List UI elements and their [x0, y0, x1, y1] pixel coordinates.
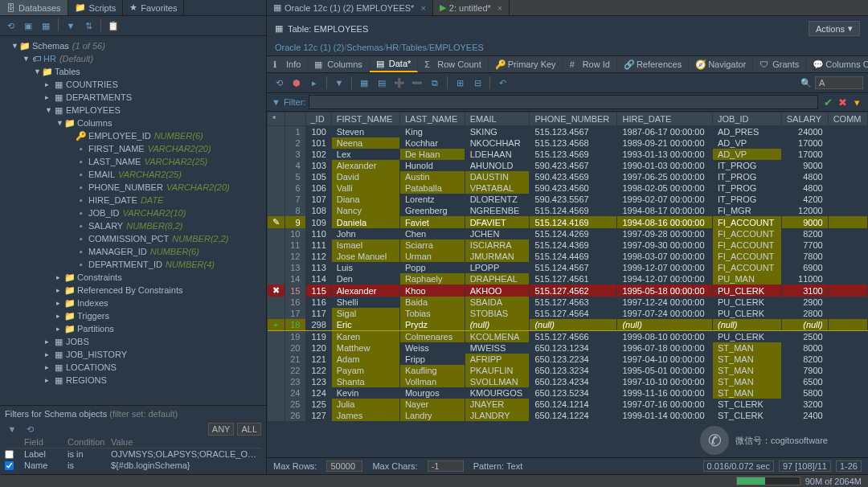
table-row[interactable]: 21121AdamFrippAFRIPP650.123.22341997-04-… [268, 354, 868, 365]
tree-column[interactable]: ▪FIRST_NAMEVARCHAR2(20) [0, 142, 266, 155]
table-row[interactable]: ✖15115AlexanderKhooAKHOO515.127.45621995… [268, 284, 868, 297]
tree-table[interactable]: ▸▦DEPARTMENTS [0, 91, 266, 104]
properties-icon[interactable]: 📋 [106, 18, 121, 33]
subtab[interactable]: ΣRow Count [418, 56, 488, 72]
actions-button[interactable]: Actions▾ [809, 21, 860, 36]
content-tab-employees[interactable]: ▦Oracle 12c (1) (2) EMPLOYEES*× [267, 0, 433, 15]
refresh-icon[interactable]: ⟲ [3, 18, 18, 33]
max-chars-input[interactable] [428, 460, 464, 472]
filter-row[interactable]: Nameis${#db.loginSchema} [5, 460, 261, 471]
link-icon[interactable]: ⇅ [81, 18, 96, 33]
column-header[interactable]: HIRE_DATE [617, 113, 713, 126]
filter-refresh-icon[interactable]: ⟲ [23, 422, 37, 436]
subtab[interactable]: ℹInfo [267, 56, 308, 72]
table-row[interactable]: 26127JamesLandryJLANDRY650.124.12241999-… [268, 410, 868, 421]
table-row[interactable]: 20120MatthewWeissMWEISS650.123.12341996-… [268, 342, 868, 354]
tree-table[interactable]: ▸▦JOBS [0, 335, 266, 348]
table-row[interactable]: 11111IsmaelSciarraISCIARRA515.124.436919… [268, 239, 868, 251]
filter-toggle-icon[interactable]: ▼ [5, 422, 19, 436]
filter-checkbox[interactable] [5, 450, 14, 459]
apply-filter-icon[interactable]: ✔ [821, 96, 834, 108]
subtab[interactable]: ▦Columns [308, 56, 369, 72]
table-row[interactable]: 19119KarenColmenaresKCOLMENA515.127.4566… [268, 331, 868, 343]
table-row[interactable]: 3102LexDe HaanLDEHAAN515.123.45691993-01… [268, 149, 868, 160]
tree-column[interactable]: ▪JOB_IDVARCHAR2(10) [0, 207, 266, 219]
filter-icon[interactable]: ▼ [332, 76, 346, 90]
table-row[interactable]: 2101NeenaKochharNKOCHHAR515.123.45681989… [268, 137, 868, 149]
column-header[interactable]: JOB_ID [713, 113, 782, 126]
filter-row[interactable]: Labelis inOJVMSYS;OLAPSYS;ORACLE_OCM;ORD… [5, 448, 261, 460]
table-row[interactable]: 14114DenRaphaelyDRAPHEAL515.127.45611994… [268, 273, 868, 284]
duplicate-row-icon[interactable]: ⧉ [428, 76, 442, 90]
subtab[interactable]: 🧭Navigator [689, 56, 753, 72]
close-icon[interactable]: × [497, 3, 502, 13]
expand-icon[interactable]: ▦ [39, 18, 53, 33]
table-row[interactable]: +18298EricPrydz(null)(null)(null)(null)(… [268, 319, 868, 331]
filter-all-button[interactable]: ALL [237, 423, 261, 436]
tree-schemas[interactable]: ▼📁Schemas(1 of 56) [0, 39, 266, 52]
view2-icon[interactable]: ⊟ [470, 76, 485, 90]
delete-row-icon[interactable]: ➖ [410, 76, 424, 90]
tree-table[interactable]: ▸▦REGIONS [0, 374, 266, 387]
table-row[interactable]: 7107DianaLorentzDLORENTZ590.423.55671999… [268, 194, 868, 205]
filter-history-icon[interactable]: ▾ [850, 96, 863, 108]
table-row[interactable]: ✎9109DanielaFavietDFAVIET515.124.4169199… [268, 216, 868, 228]
table-row[interactable]: 25125JuliaNayerJNAYER650.124.12141997-07… [268, 399, 868, 410]
subtab[interactable]: #Row Id [563, 56, 617, 72]
next-page-icon[interactable]: ▸ [307, 76, 321, 90]
table-row[interactable]: 4103AlexanderHunoldAHUNOLD590.423.456719… [268, 160, 868, 171]
stop-icon[interactable]: ⬢ [289, 76, 304, 90]
view1-icon[interactable]: ⊞ [452, 76, 467, 90]
tree-table[interactable]: ▸▦JOB_HISTORY [0, 348, 266, 361]
tab-favorites[interactable]: ★Favorites [123, 0, 184, 15]
table-row[interactable]: 5105DavidAustinDAUSTIN590.423.45691997-0… [268, 171, 868, 182]
tree-folder[interactable]: ▸📁Partitions [0, 322, 266, 335]
column-header[interactable]: SALARY [781, 113, 828, 126]
tree-folder[interactable]: ▸📁Constraints [0, 271, 266, 284]
table-row[interactable]: 12112Jose ManuelUrmanJMURMAN515.124.4469… [268, 251, 868, 262]
table-row[interactable]: 13113LuisPoppLPOPP515.124.45671999-12-07… [268, 262, 868, 273]
tree-folder[interactable]: ▸📁Triggers [0, 309, 266, 322]
filter-icon[interactable]: ▼ [63, 18, 78, 33]
add-row-icon[interactable]: ➕ [392, 76, 407, 90]
subtab[interactable]: 💬Columns Comm [806, 56, 868, 72]
column-header[interactable]: LAST_NAME [399, 113, 465, 126]
columns-icon[interactable]: ▦ [357, 76, 371, 90]
tree-folder[interactable]: ▸📁Referenced By Constraints [0, 284, 266, 297]
tree-column[interactable]: ▪LAST_NAMEVARCHAR2(25) [0, 155, 266, 168]
max-rows-input[interactable] [326, 460, 362, 472]
column-header[interactable]: _ID [305, 113, 331, 126]
tree-column[interactable]: ▪COMMISSION_PCTNUMBER(2,2) [0, 232, 266, 245]
table-row[interactable]: 1100StevenKingSKING515.123.45671987-06-1… [268, 126, 868, 138]
tree-table[interactable]: ▸▦COUNTRIES [0, 78, 266, 91]
tree-column[interactable]: ▪EMAILVARCHAR2(25) [0, 168, 266, 181]
table-row[interactable]: 23123ShantaVollmanSVOLLMAN650.123.423419… [268, 376, 868, 387]
table-row[interactable]: 22122PayamKauflingPKAUFLIN650.123.323419… [268, 365, 868, 376]
memory-bar[interactable] [736, 477, 800, 485]
tree-column[interactable]: ▪DEPARTMENT_IDNUMBER(4) [0, 258, 266, 271]
table-row[interactable]: 8108NancyGreenbergNGREENBE515.124.456919… [268, 205, 868, 216]
table-row[interactable]: 10110JohnChenJCHEN515.124.42691997-09-28… [268, 228, 868, 239]
breadcrumb[interactable]: Oracle 12c (1) (2)/Schemas/HR/Tables/EMP… [267, 41, 868, 55]
subtab[interactable]: ▤Data* [370, 56, 419, 72]
tree-column[interactable]: 🔑EMPLOYEE_IDNUMBER(6) [0, 129, 266, 142]
table-row[interactable]: 16116ShelliBaidaSBAIDA515.127.45631997-1… [268, 297, 868, 308]
tree-columns[interactable]: ▼📁Columns [0, 117, 266, 129]
tree-table[interactable]: ▸▦LOCATIONS [0, 361, 266, 374]
table-row[interactable]: 17117SigalTobiasSTOBIAS515.127.45641997-… [268, 308, 868, 319]
filter-any-button[interactable]: ANY [208, 423, 235, 436]
tree-column[interactable]: ▪MANAGER_IDNUMBER(6) [0, 245, 266, 258]
grid-icon[interactable]: ▤ [375, 76, 389, 90]
tree-tables[interactable]: ▼📁Tables [0, 65, 266, 78]
filter-input[interactable] [309, 95, 818, 109]
filter-checkbox[interactable] [5, 461, 14, 470]
tree-table-employees[interactable]: ▼▦EMPLOYEES [0, 104, 266, 117]
content-tab-untitled[interactable]: ▶2: untitled*× [433, 0, 510, 15]
close-icon[interactable]: × [420, 3, 425, 13]
column-header[interactable]: PHONE_NUMBER [530, 113, 617, 126]
tree-column[interactable]: ▪PHONE_NUMBERVARCHAR2(20) [0, 181, 266, 194]
subtab[interactable]: 🔑Primary Key [489, 56, 563, 72]
column-header[interactable]: COMM [828, 113, 867, 126]
tree-schema-hr[interactable]: ▼🏷HR(Default) [0, 52, 266, 65]
tree-column[interactable]: ▪SALARYNUMBER(8,2) [0, 219, 266, 232]
